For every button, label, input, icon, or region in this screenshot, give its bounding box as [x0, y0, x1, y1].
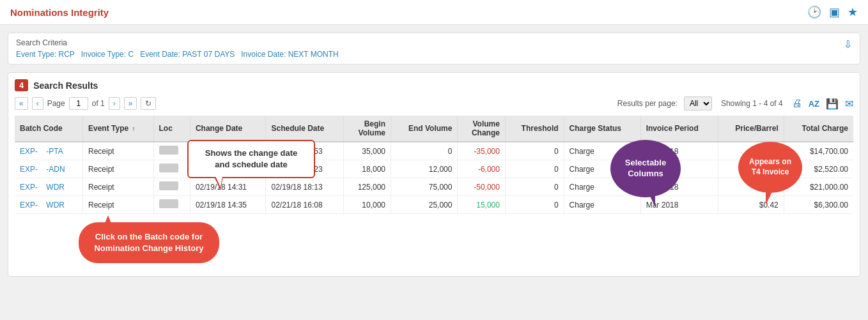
end-volume-cell: 75,000 [391, 178, 458, 196]
table-row: EXP- WDRReceipt02/19/18 14:3102/19/18 18… [15, 178, 853, 196]
loc-cell [153, 196, 190, 214]
col-invoice-period: Invoice Period [640, 116, 718, 142]
batch-code-link[interactable]: EXP- -ADN [20, 165, 65, 174]
end-volume-cell: 0 [391, 142, 458, 160]
callout-selectable-tail [647, 191, 655, 207]
invoice-type-label: Invoice Type: [81, 50, 127, 59]
price-barrel-cell: $0.42 [718, 196, 784, 214]
event-type-label: Event Type: [16, 50, 56, 59]
table-row: EXP- -ADNReceipt02/22/18 14:2902/25/18 0… [15, 160, 853, 178]
begin-volume-cell: 35,000 [344, 142, 391, 160]
loc-cell [153, 142, 190, 160]
search-criteria-title: Search Criteria [16, 38, 852, 47]
table-row: EXP- -PTAReceipt02/21/18 00:5202/23/18 1… [15, 142, 853, 160]
loc-cell [153, 160, 190, 178]
next-page-button[interactable]: › [109, 97, 120, 110]
results-table: Batch Code Event Type ↑ Loc Change Date … [15, 116, 853, 214]
search-criteria-panel: Search Criteria Event Type: RCP Invoice … [8, 33, 860, 65]
loc-cell [153, 178, 190, 196]
col-end-volume: End Volume [391, 116, 458, 142]
callout-t4-invoice: Appears on T4 Invoice [738, 142, 802, 193]
batch-code-link[interactable]: EXP- -PTA [20, 147, 63, 156]
header-icons: 🕑 ▣ ★ [807, 5, 858, 19]
results-per-page-label: Results per page: [617, 99, 678, 108]
col-loc: Loc [153, 116, 190, 142]
col-charge-status: Charge Status [564, 116, 640, 142]
main-content: Search Criteria Event Type: RCP Invoice … [0, 25, 868, 284]
showing-label: Showing 1 - 4 of 4 [721, 99, 783, 108]
results-per-page-select[interactable]: All 10 25 50 [684, 96, 712, 110]
results-count-badge: 4 [15, 79, 28, 91]
change-date-cell: 02/19/18 14:31 [190, 178, 266, 196]
threshold-cell: 0 [505, 196, 564, 214]
invoice-type-value: C [128, 50, 134, 59]
volume-change-cell: -6,000 [458, 160, 506, 178]
page-label: Page [47, 99, 65, 108]
callout-batch-code: Click on the Batch code for Nomination C… [79, 222, 219, 263]
total-charge-cell: $6,300.00 [784, 196, 853, 214]
col-change-date: Change Date [190, 116, 266, 142]
star-icon[interactable]: ★ [848, 5, 858, 19]
window-icon[interactable]: ▣ [829, 5, 840, 19]
change-date-cell: 02/19/18 14:35 [190, 196, 266, 214]
results-header: 4 Search Results [15, 79, 853, 91]
page-input[interactable] [69, 97, 88, 110]
schedule-date-cell: 02/21/18 16:08 [266, 196, 344, 214]
print-icon[interactable]: 🖨 [792, 98, 802, 109]
table-row: EXP- WDRReceipt02/19/18 14:3502/21/18 16… [15, 196, 853, 214]
toolbar-icons: 🖨 AZ 💾 ✉ [792, 98, 853, 110]
event-date-value: PAST 07 DAYS [182, 50, 235, 59]
callout-t4-tail [766, 189, 773, 205]
sort-icon[interactable]: AZ [809, 99, 819, 109]
callout-change-date: Shows the change date and schedule date [187, 140, 315, 178]
event-type-value: RCP [59, 50, 75, 59]
batch-code-cell[interactable]: EXP- -ADN [15, 160, 83, 178]
callout-selectable-columns: Selectable Columns [610, 140, 681, 197]
volume-change-cell: 15,000 [458, 196, 506, 214]
app-title: Nominations Integrity [10, 7, 109, 18]
charge-status-cell: Charge [564, 196, 640, 214]
table-header-row: Batch Code Event Type ↑ Loc Change Date … [15, 116, 853, 142]
pagination-row: « ‹ Page of 1 › » ↻ Results per page: Al… [15, 96, 853, 110]
collapse-button[interactable]: ⇩ [844, 38, 852, 50]
batch-code-cell[interactable]: EXP- -PTA [15, 142, 83, 160]
begin-volume-cell: 18,000 [344, 160, 391, 178]
col-schedule-date: Schedule Date [266, 116, 344, 142]
col-event-type[interactable]: Event Type ↑ [83, 116, 154, 142]
volume-change-cell: -50,000 [458, 178, 506, 196]
refresh-button[interactable]: ↻ [141, 97, 156, 110]
threshold-cell: 0 [505, 142, 564, 160]
event-type-cell: Receipt [83, 196, 154, 214]
event-date-label: Event Date: [140, 50, 180, 59]
first-page-button[interactable]: « [15, 97, 28, 110]
threshold-cell: 0 [505, 160, 564, 178]
event-type-cell: Receipt [83, 160, 154, 178]
email-icon[interactable]: ✉ [845, 98, 853, 110]
col-threshold: Threshold [505, 116, 564, 142]
invoice-date-label: Invoice Date: [241, 50, 286, 59]
save-icon[interactable]: 💾 [826, 98, 839, 110]
threshold-cell: 0 [505, 178, 564, 196]
begin-volume-cell: 10,000 [344, 196, 391, 214]
last-page-button[interactable]: » [124, 97, 137, 110]
col-total-charge: Total Charge [784, 116, 853, 142]
app-header: Nominations Integrity 🕑 ▣ ★ [0, 0, 868, 25]
invoice-date-value: NEXT MONTH [288, 50, 339, 59]
col-price-barrel: Price/Barrel [718, 116, 784, 142]
results-title: Search Results [33, 80, 98, 91]
batch-code-link[interactable]: EXP- WDR [20, 201, 65, 210]
col-begin-volume: BeginVolume [344, 116, 391, 142]
end-volume-cell: 25,000 [391, 196, 458, 214]
results-panel: Shows the change date and schedule date … [8, 72, 860, 277]
prev-page-button[interactable]: ‹ [32, 97, 43, 110]
batch-code-cell[interactable]: EXP- WDR [15, 196, 83, 214]
volume-change-cell: -35,000 [458, 142, 506, 160]
batch-code-cell[interactable]: EXP- WDR [15, 178, 83, 196]
begin-volume-cell: 125,000 [344, 178, 391, 196]
of-label: of 1 [92, 99, 105, 108]
event-type-cell: Receipt [83, 178, 154, 196]
col-batch-code: Batch Code [15, 116, 83, 142]
history-icon[interactable]: 🕑 [807, 5, 821, 19]
event-type-cell: Receipt [83, 142, 154, 160]
batch-code-link[interactable]: EXP- WDR [20, 183, 65, 192]
